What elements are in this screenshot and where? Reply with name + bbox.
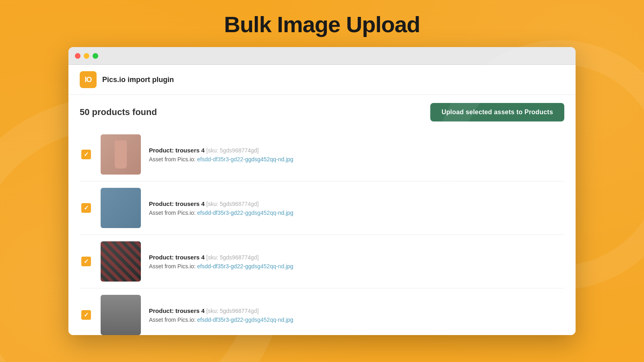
product-sku-3: [sku: 5gds968774gd] (206, 254, 259, 261)
logo-icon: IO (80, 71, 97, 88)
asset-link-3[interactable]: efsdd-df35r3-gd22-ggdsg452qq-nd.jpg (197, 263, 293, 269)
checkbox-area-1[interactable]: ✓ (80, 150, 93, 159)
app-window: IO Pics.io import plugin 50 products fou… (68, 47, 576, 335)
asset-link-1[interactable]: efsdd-df35r3-gd22-ggdsg452qq-nd.jpg (197, 156, 293, 162)
checkbox-checked-2[interactable]: ✓ (81, 203, 91, 213)
upload-selected-button[interactable]: Upload selected assets to Products (430, 103, 564, 121)
product-info-4: Product: trousers 4 [sku: 5gds968774gd] … (149, 307, 564, 323)
product-sku-2: [sku: 5gds968774gd] (206, 201, 259, 207)
product-name-4: Product: trousers 4 [sku: 5gds968774gd] (149, 307, 564, 314)
checkbox-area-3[interactable]: ✓ (80, 257, 93, 266)
checkbox-area-4[interactable]: ✓ (80, 310, 93, 320)
product-thumbnail-4 (101, 295, 141, 335)
checkbox-checked-4[interactable]: ✓ (81, 310, 91, 320)
main-content: IO Pics.io import plugin 50 products fou… (68, 65, 576, 335)
checkbox-area-2[interactable]: ✓ (80, 203, 93, 213)
product-name-3: Product: trousers 4 [sku: 5gds968774gd] (149, 254, 564, 261)
product-row: ✓ Product: trousers 4 [sku: 5gds968774gd… (80, 235, 564, 288)
asset-link-2[interactable]: efsdd-df35r3-gd22-ggdsg452qq-nd.jpg (197, 210, 293, 216)
minimize-dot[interactable] (84, 53, 89, 59)
product-info-3: Product: trousers 4 [sku: 5gds968774gd] … (149, 254, 564, 269)
toolbar: 50 products found Upload selected assets… (68, 95, 576, 128)
product-thumbnail-1 (101, 134, 141, 175)
close-dot[interactable] (75, 53, 80, 59)
asset-link-4[interactable]: efsdd-df35r3-gd22-ggdsg452qq-nd.jpg (197, 317, 293, 323)
product-info-2: Product: trousers 4 [sku: 5gds968774gd] … (149, 200, 564, 216)
product-thumbnail-3 (101, 241, 141, 282)
asset-line-1: Asset from Pics.io: efsdd-df35r3-gd22-gg… (149, 156, 564, 162)
product-sku-1: [sku: 5gds968774gd] (206, 147, 259, 154)
product-info-1: Product: trousers 4 [sku: 5gds968774gd] … (149, 147, 564, 162)
product-sku-4: [sku: 5gds968774gd] (206, 308, 259, 314)
product-row: ✓ Product: trousers 4 [sku: 5gds968774gd… (80, 181, 564, 235)
asset-line-2: Asset from Pics.io: efsdd-df35r3-gd22-gg… (149, 210, 564, 216)
products-found-label: 50 products found (80, 107, 157, 117)
product-thumbnail-2 (101, 188, 141, 228)
checkbox-checked-3[interactable]: ✓ (81, 257, 91, 266)
product-row: ✓ Product: trousers 4 [sku: 5gds968774gd… (80, 288, 564, 335)
plugin-header: IO Pics.io import plugin (68, 65, 576, 95)
asset-line-4: Asset from Pics.io: efsdd-df35r3-gd22-gg… (149, 317, 564, 323)
product-list: ✓ Product: trousers 4 [sku: 5gds968774gd… (68, 128, 576, 335)
maximize-dot[interactable] (93, 53, 98, 59)
plugin-title: Pics.io import plugin (102, 76, 174, 84)
titlebar (68, 47, 576, 65)
page-title: Bulk Image Upload (224, 11, 420, 37)
checkbox-checked-1[interactable]: ✓ (81, 150, 91, 159)
product-name-1: Product: trousers 4 [sku: 5gds968774gd] (149, 147, 564, 154)
product-row: ✓ Product: trousers 4 [sku: 5gds968774gd… (80, 128, 564, 181)
asset-line-3: Asset from Pics.io: efsdd-df35r3-gd22-gg… (149, 263, 564, 269)
product-name-2: Product: trousers 4 [sku: 5gds968774gd] (149, 200, 564, 207)
